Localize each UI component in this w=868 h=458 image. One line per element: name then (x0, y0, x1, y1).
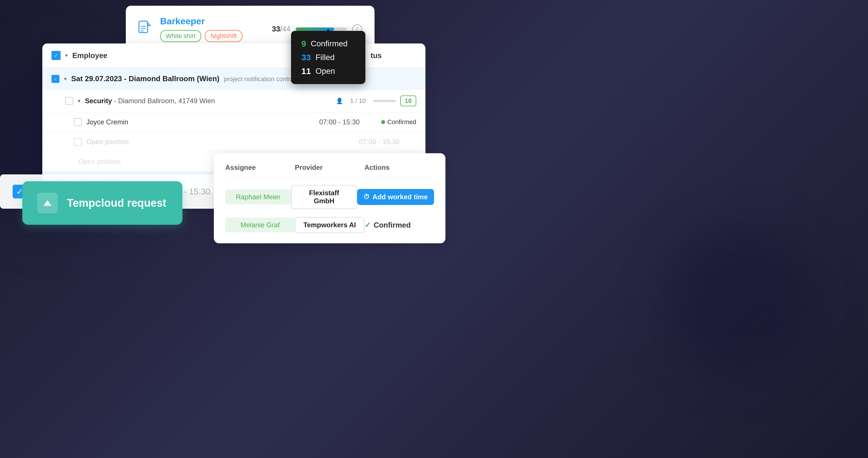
header-dropdown-arrow[interactable]: ▾ (65, 52, 68, 59)
open-pos-1-label: Open position (86, 138, 354, 146)
confirmed-dot (381, 120, 385, 124)
assignee-table-header: Assignee Provider Actions (225, 163, 434, 177)
open1-checkbox[interactable] (74, 138, 82, 146)
tooltip-open-row: 11 Open (301, 66, 355, 76)
count-text: 1 / 10 (350, 97, 366, 104)
group-sublabel: project notification contract (224, 75, 299, 83)
progress-total: 44 (282, 25, 290, 33)
tempcloud-card[interactable]: Tempcloud request (22, 181, 182, 225)
progress-current: 33 (272, 25, 280, 33)
actions-col-header: Actions (365, 163, 434, 172)
progress-numbers: 33/44 (272, 25, 290, 33)
capacity-badge: 10 (400, 95, 416, 106)
group-row: ✓ ▾ Sat 29.07.2023 - Diamond Ballroom (W… (42, 68, 426, 90)
status-column-header: tus (371, 51, 416, 60)
table-header: ✓ ▾ Employee Time tus (42, 43, 426, 68)
assignee-row-raphael: Raphael Meier Flexistaff GmbH ⏱ Add work… (225, 185, 434, 209)
tempcloud-label: Tempcloud request (67, 197, 166, 209)
barkeeper-title-section: Barkeeper White shirt Nightshift (160, 16, 265, 42)
open-count: 11 (301, 66, 311, 76)
open-label: Open (315, 67, 335, 76)
open-pos-row-1: Open position 07:00 - 15:30 (42, 132, 426, 152)
confirmed-count: 9 (301, 39, 306, 49)
provider-col-header: Provider (295, 163, 364, 172)
assignee-card: Assignee Provider Actions Raphael Meier … (214, 153, 445, 243)
add-worked-time-button[interactable]: ⏱ Add worked time (357, 189, 434, 205)
clock-icon: ⏱ (363, 193, 370, 201)
raphael-name-tag[interactable]: Raphael Meier (225, 189, 291, 205)
security-checkbox[interactable] (65, 97, 73, 105)
tags-container: White shirt Nightshift (160, 30, 265, 42)
raphael-provider: Flexistaff GmbH (291, 185, 357, 209)
tempcloud-icon (37, 193, 58, 213)
progress-bar (296, 27, 347, 31)
check-icon: ✓ (365, 221, 371, 230)
tooltip-confirmed-row: 9 Confirmed (301, 39, 355, 49)
assignee-col-header: Assignee (225, 163, 295, 172)
group-checkbox[interactable]: ✓ (52, 75, 59, 83)
stats-tooltip: 9 Confirmed 33 Filled 11 Open (291, 31, 365, 84)
employee-name-joyce: Joyce Cremin (86, 118, 315, 126)
open1-time: 07:00 - 15:30 (359, 138, 416, 146)
melanie-confirmed-status: ✓ Confirmed (365, 221, 434, 230)
security-label: Security - Diamond Ballroom, 41749 Wien (85, 97, 331, 105)
security-address: - Diamond Ballroom, 41749 Wien (114, 97, 215, 104)
filled-label: Filled (315, 53, 335, 62)
header-checkbox[interactable]: ✓ (52, 51, 61, 60)
melanie-provider: Tempworkers AI (295, 217, 364, 233)
employee-row-joyce: Joyce Cremin 07:00 - 15:30 Confirmed (42, 112, 426, 132)
tag-nightshift[interactable]: Nightshift (205, 30, 243, 42)
assignee-row-melanie: Melanie Graf Tempworkers AI ✓ Confirmed (225, 217, 434, 233)
tooltip-filled-row: 33 Filled (301, 53, 355, 62)
security-row: ▾ Security - Diamond Ballroom, 41749 Wie… (42, 90, 426, 112)
confirmed-label: Confirmed (311, 39, 348, 48)
group-dropdown-arrow[interactable]: ▾ (64, 76, 67, 82)
joyce-checkbox[interactable] (74, 118, 82, 126)
person-icon: 👤 (336, 97, 343, 104)
security-dropdown-arrow[interactable]: ▾ (78, 98, 80, 104)
sub-progress-bar (373, 100, 396, 102)
tag-white-shirt[interactable]: White shirt (160, 30, 201, 42)
joyce-status: Confirmed (381, 118, 416, 126)
filled-count: 33 (301, 53, 311, 62)
melanie-name-tag[interactable]: Melanie Graf (225, 218, 295, 233)
progress-separator: / (280, 25, 282, 33)
document-icon (138, 21, 151, 38)
joyce-time: 07:00 - 15:30 (319, 118, 376, 126)
employee-column-header: Employee (72, 51, 304, 60)
job-title: Barkeeper (160, 16, 265, 27)
